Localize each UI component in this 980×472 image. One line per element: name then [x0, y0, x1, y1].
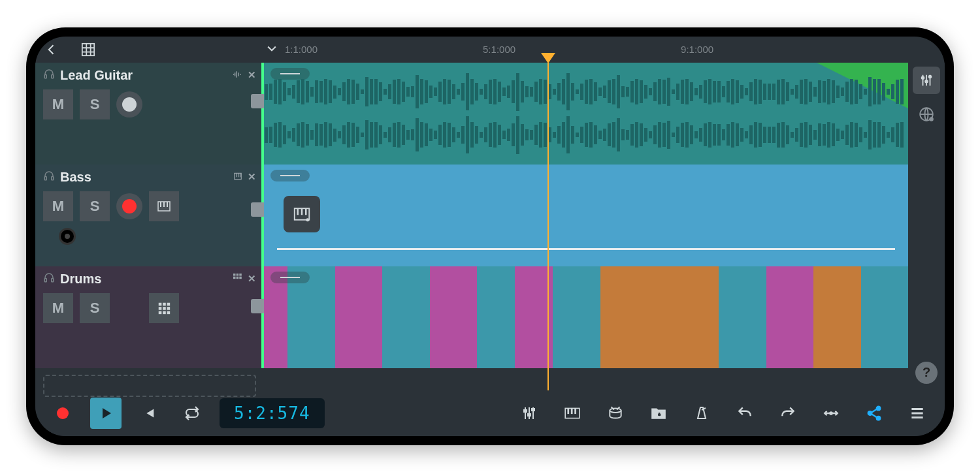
- playhead[interactable]: [547, 63, 549, 390]
- ruler-mark: 5:1:000: [483, 44, 681, 55]
- headphones-icon: [43, 68, 55, 83]
- solo-button[interactable]: S: [80, 293, 110, 323]
- close-icon[interactable]: ✕: [248, 171, 256, 183]
- record-button[interactable]: [47, 398, 78, 429]
- track-name: Bass: [60, 170, 91, 185]
- svg-rect-7: [160, 202, 161, 207]
- pads-button[interactable]: [149, 293, 179, 323]
- transport-bar: 5:2:574: [35, 390, 945, 436]
- waveform-icon[interactable]: [232, 69, 242, 82]
- track-header-drums[interactable]: Drums ✕ M S: [35, 266, 264, 368]
- drum-icon[interactable]: [600, 398, 631, 429]
- collapse-button[interactable]: [95, 42, 278, 57]
- share-button[interactable]: [858, 398, 890, 429]
- clip-handle[interactable]: [270, 170, 310, 181]
- track-header-bass[interactable]: Bass ✕ M S: [35, 165, 264, 266]
- svg-rect-13: [237, 274, 239, 276]
- svg-point-31: [306, 218, 309, 221]
- camera-notch: [59, 228, 76, 245]
- svg-rect-4: [52, 176, 54, 180]
- globe-button[interactable]: [913, 101, 940, 128]
- svg-rect-39: [532, 409, 534, 411]
- library-icon[interactable]: [643, 398, 674, 429]
- svg-rect-21: [159, 307, 162, 310]
- track-name: Lead Guitar: [60, 68, 133, 83]
- clip-bass[interactable]: [264, 165, 908, 266]
- fit-width-icon[interactable]: [815, 398, 847, 429]
- clip-handle[interactable]: [270, 272, 310, 283]
- midi-editor-icon[interactable]: [284, 196, 320, 232]
- mixer-button[interactable]: [913, 67, 940, 94]
- volume-fader[interactable]: [251, 94, 265, 108]
- mute-button[interactable]: M: [43, 191, 73, 221]
- svg-rect-8: [163, 202, 165, 207]
- solo-button[interactable]: S: [80, 89, 110, 119]
- close-icon[interactable]: ✕: [248, 273, 256, 285]
- help-button[interactable]: ?: [915, 362, 938, 384]
- svg-rect-28: [297, 208, 299, 215]
- svg-rect-30: [305, 208, 307, 215]
- metronome-icon[interactable]: [686, 398, 717, 429]
- rewind-button[interactable]: [133, 398, 165, 429]
- undo-button[interactable]: [729, 398, 760, 429]
- keyboard-button[interactable]: [149, 191, 179, 221]
- ruler-mark: 1:1:000: [285, 44, 483, 55]
- svg-point-33: [925, 80, 928, 83]
- waveform: [264, 119, 908, 151]
- track-headers: Lead Guitar ✕ M S: [35, 63, 264, 390]
- arrangement-blank: [264, 368, 908, 390]
- add-track-button[interactable]: [43, 375, 256, 397]
- svg-rect-16: [237, 276, 239, 279]
- svg-point-32: [922, 76, 924, 79]
- svg-point-36: [929, 117, 934, 121]
- svg-rect-0: [82, 43, 94, 55]
- volume-fader[interactable]: [251, 202, 265, 217]
- svg-rect-23: [167, 307, 171, 310]
- svg-rect-26: [167, 311, 171, 314]
- svg-rect-25: [163, 311, 166, 314]
- pads-mini-icon[interactable]: [233, 274, 242, 285]
- svg-rect-12: [233, 274, 236, 276]
- midi-notes-line: [277, 248, 895, 250]
- ruler-mark: 9:1:000: [681, 44, 879, 55]
- svg-rect-2: [52, 74, 54, 78]
- redo-button[interactable]: [772, 398, 804, 429]
- loop-button[interactable]: [176, 398, 208, 429]
- volume-fader[interactable]: [251, 299, 265, 313]
- track-name: Drums: [60, 272, 101, 287]
- svg-point-34: [929, 75, 932, 78]
- arm-record-button[interactable]: [116, 91, 142, 118]
- time-display[interactable]: 5:2:574: [220, 398, 325, 428]
- svg-rect-18: [159, 302, 162, 306]
- close-icon[interactable]: ✕: [248, 69, 256, 81]
- piano-mini-icon[interactable]: [233, 172, 242, 183]
- svg-rect-3: [44, 176, 46, 180]
- back-button[interactable]: [42, 40, 61, 59]
- grid-icon[interactable]: [81, 42, 95, 57]
- app-screen: 1:1:000 5:1:000 9:1:000 Lead Guitar: [35, 37, 945, 436]
- sliders-icon[interactable]: [514, 398, 545, 429]
- headphones-icon: [43, 272, 55, 287]
- svg-rect-20: [167, 302, 171, 306]
- svg-rect-11: [52, 278, 54, 281]
- keyboard-icon[interactable]: [557, 398, 588, 429]
- mute-button[interactable]: M: [43, 293, 73, 323]
- track-header-lead-guitar[interactable]: Lead Guitar ✕ M S: [35, 63, 264, 165]
- solo-button[interactable]: S: [80, 191, 110, 221]
- svg-rect-17: [239, 276, 242, 279]
- workspace: Lead Guitar ✕ M S: [35, 63, 945, 390]
- timeline-ruler[interactable]: 1:1:000 5:1:000 9:1:000: [285, 44, 938, 55]
- clip-lead-guitar[interactable]: [264, 63, 908, 165]
- menu-button[interactable]: [902, 398, 933, 429]
- svg-rect-24: [159, 311, 162, 314]
- svg-rect-22: [163, 307, 166, 310]
- svg-rect-42: [571, 408, 573, 414]
- mute-button[interactable]: M: [43, 89, 73, 119]
- clip-drums[interactable]: [264, 266, 908, 368]
- svg-point-44: [610, 408, 621, 413]
- arm-record-button[interactable]: [116, 193, 142, 219]
- svg-rect-43: [574, 408, 576, 414]
- svg-rect-1: [44, 74, 46, 78]
- play-button[interactable]: [90, 398, 122, 429]
- arrangement-area[interactable]: [264, 63, 908, 390]
